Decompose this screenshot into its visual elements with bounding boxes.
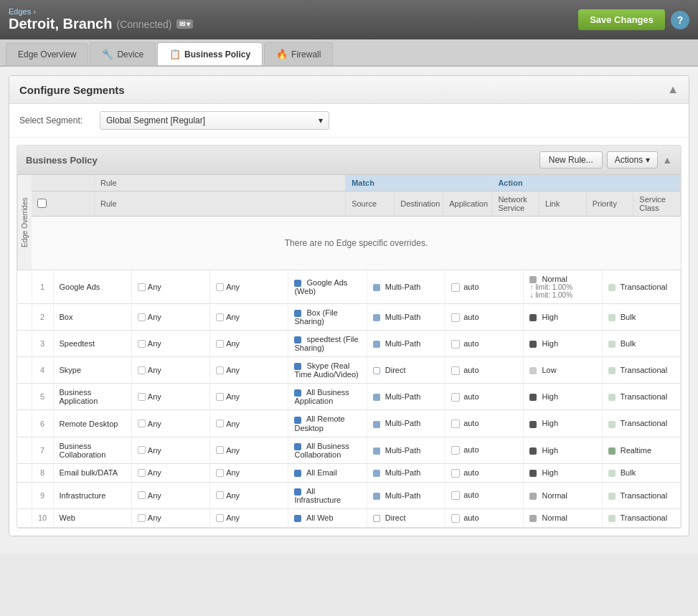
rule-network-service: Multi-Path	[367, 304, 445, 331]
tab-device[interactable]: 🔧 Device	[90, 42, 156, 65]
rule-name[interactable]: Skype	[53, 357, 131, 384]
priority-icon	[529, 493, 537, 500]
priority-label: High	[542, 446, 558, 455]
source-cb[interactable]	[138, 313, 146, 321]
save-button[interactable]: Save Changes	[578, 9, 665, 30]
source-cb[interactable]	[138, 469, 146, 477]
col-header-action: Action	[492, 175, 681, 191]
segment-select[interactable]: Global Segment [Regular] ▾	[100, 111, 329, 130]
tab-edge-overview[interactable]: Edge Overview	[6, 43, 88, 65]
row-cb	[17, 410, 32, 437]
link-cb[interactable]	[451, 469, 460, 478]
dest-label: Any	[226, 446, 240, 455]
ns-label: Multi-Path	[385, 491, 421, 500]
dest-cb[interactable]	[216, 283, 224, 291]
rule-name[interactable]: Business Application	[53, 384, 131, 410]
app-icon	[294, 336, 301, 343]
table-row[interactable]: 3 Speedtest Any Any speedtest (File Shar…	[17, 331, 681, 357]
email-icon[interactable]: ✉ ▾	[176, 19, 194, 29]
source-label: Any	[148, 392, 161, 401]
table-row[interactable]: 10 Web Any Any All Web Direct auto Norma…	[17, 508, 681, 527]
table-row[interactable]: 5 Business Application Any Any All Busin…	[17, 384, 681, 410]
tab-firewall[interactable]: 🔥 Firewall	[264, 42, 333, 65]
table-row[interactable]: 9 Infrastructure Any Any All Infrastruct…	[17, 482, 681, 508]
link-cb[interactable]	[451, 313, 460, 322]
source-cb[interactable]	[138, 446, 146, 454]
bp-collapse-button[interactable]: ▲	[662, 154, 672, 166]
rule-priority: Normal	[524, 482, 602, 508]
dest-cb[interactable]	[216, 393, 224, 401]
new-rule-button[interactable]: New Rule...	[539, 151, 603, 169]
ns-icon	[373, 470, 380, 477]
priority-label: High	[542, 339, 558, 348]
tab-business-policy[interactable]: 📋 Business Policy	[157, 42, 263, 65]
link-cb[interactable]	[451, 366, 460, 375]
breadcrumb-link[interactable]: Edges	[9, 7, 31, 16]
source-label: Any	[148, 491, 161, 500]
rule-name[interactable]: Box	[53, 304, 131, 331]
priority-icon	[529, 421, 537, 428]
rule-service-class: Transactional	[602, 508, 680, 527]
priority-icon	[529, 367, 537, 374]
rule-name[interactable]: Google Ads	[53, 270, 131, 304]
rule-network-service: Direct	[367, 357, 445, 384]
dest-cb[interactable]	[216, 313, 224, 321]
link-cb[interactable]	[451, 514, 460, 523]
dest-cb[interactable]	[216, 469, 224, 477]
source-cb[interactable]	[138, 283, 146, 291]
rule-number: 6	[32, 410, 53, 437]
table-row[interactable]: 6 Remote Desktop Any Any All Remote Desk…	[17, 410, 681, 437]
rule-destination: Any	[210, 437, 288, 463]
ns-icon	[373, 421, 380, 428]
link-cb[interactable]	[451, 420, 460, 428]
table-row[interactable]: 1 Google Ads Any Any Google Ads (Web) Mu…	[17, 270, 681, 304]
priority-icon	[529, 447, 537, 455]
dest-cb[interactable]	[216, 366, 224, 374]
rules-table: 1 Google Ads Any Any Google Ads (Web) Mu…	[17, 270, 681, 528]
rule-name[interactable]: Remote Desktop	[53, 410, 131, 437]
rule-number: 2	[32, 304, 53, 331]
actions-label: Actions	[615, 155, 643, 165]
source-cb[interactable]	[138, 420, 146, 427]
actions-button[interactable]: Actions ▾	[607, 151, 658, 169]
dest-cb[interactable]	[216, 514, 224, 522]
dest-cb[interactable]	[216, 491, 224, 499]
priority-label: High	[542, 468, 558, 477]
table-row[interactable]: 4 Skype Any Any Skype (Real Time Audio/V…	[17, 357, 681, 384]
source-label: Any	[148, 446, 161, 455]
table-row[interactable]: 7 Business Collaboration Any Any All Bus…	[17, 437, 681, 463]
link-label: auto	[463, 445, 478, 454]
sc-label: Bulk	[621, 468, 636, 477]
rule-source: Any	[131, 437, 209, 463]
rule-name[interactable]: Email bulk/DATA	[53, 463, 131, 482]
link-cb[interactable]	[451, 446, 460, 455]
select-all-checkbox[interactable]	[37, 199, 47, 208]
link-cb[interactable]	[451, 393, 460, 402]
table-row[interactable]: 8 Email bulk/DATA Any Any All Email Mult…	[17, 463, 681, 482]
rule-network-service: Multi-Path	[367, 331, 445, 357]
subheader-cb	[32, 191, 95, 217]
dest-cb[interactable]	[216, 420, 224, 427]
source-cb[interactable]	[138, 366, 146, 374]
dest-cb[interactable]	[216, 340, 224, 348]
collapse-button[interactable]: ▲	[667, 83, 679, 96]
source-label: Any	[148, 339, 161, 348]
link-cb[interactable]	[451, 283, 460, 292]
link-cb[interactable]	[451, 340, 460, 349]
priority-label: Normal	[542, 491, 567, 500]
source-cb[interactable]	[138, 340, 146, 348]
rule-name[interactable]: Business Collaboration	[53, 437, 131, 463]
source-cb[interactable]	[138, 514, 146, 522]
rule-source: Any	[131, 304, 209, 331]
app-name: All Infrastructure	[294, 487, 341, 504]
rule-name[interactable]: Speedtest	[53, 331, 131, 357]
table-row[interactable]: 2 Box Any Any Box (File Sharing) Multi-P…	[17, 304, 681, 331]
rule-name[interactable]: Infrastructure	[53, 482, 131, 508]
source-cb[interactable]	[138, 491, 146, 499]
source-cb[interactable]	[138, 393, 146, 401]
help-button[interactable]: ?	[671, 11, 689, 29]
dest-cb[interactable]	[216, 446, 224, 454]
link-cb[interactable]	[451, 491, 460, 500]
priority-icon	[529, 470, 537, 477]
rule-name[interactable]: Web	[53, 508, 131, 527]
